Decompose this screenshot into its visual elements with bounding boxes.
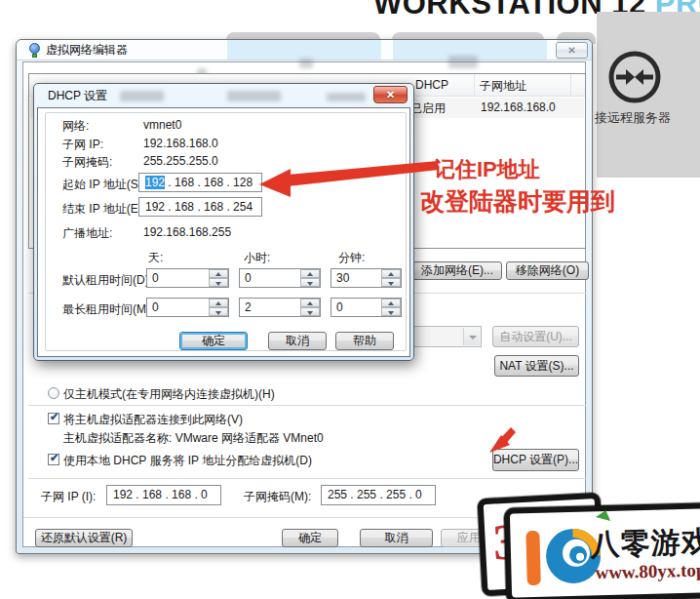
end-ip-input[interactable]: 192 . 168 . 168 . 254 <box>138 197 262 217</box>
cancel-button[interactable]: 取消 <box>360 529 433 547</box>
annotation-line2: 改登陆器时要用到 <box>420 185 615 218</box>
remote-server-panel: 接远程服务器 <box>597 12 700 178</box>
hostonly-radio[interactable] <box>48 387 59 399</box>
connect-server-icon <box>606 49 663 105</box>
watermark-site-url: www.80yx.top <box>595 559 700 583</box>
days-header: 天: <box>148 250 163 266</box>
row-dhcp-status: 已启用 <box>410 100 446 117</box>
start-ip-input[interactable]: 192 . 168 . 168 . 128 <box>138 173 262 192</box>
close-icon[interactable]: ✕ <box>556 42 588 59</box>
use-dhcp-label[interactable]: 使用本地 DHCP 服务将 IP 地址分配给虚拟机(D) <box>63 453 312 469</box>
column-header-dhcp[interactable]: DHCP <box>415 78 448 92</box>
remove-network-button[interactable]: 移除网络(O) <box>506 261 589 280</box>
minutes-header: 分钟: <box>338 250 365 266</box>
adapter-name-text: 主机虚拟适配器名称: VMware 网络适配器 VMnet0 <box>63 430 324 447</box>
subnet-ip-label: 子网 IP: <box>62 137 103 153</box>
separator <box>28 405 586 406</box>
hours-header: 小时: <box>244 250 270 266</box>
leaf-icon <box>596 510 610 521</box>
spin-down-icon[interactable] <box>209 278 228 287</box>
add-network-button[interactable]: 添加网络(E)... <box>412 261 502 280</box>
hostonly-radio-label[interactable]: 仅主机模式(在专用网络内连接虚拟机)(H) <box>63 386 275 403</box>
window-titlebar[interactable]: 虚拟网络编辑器 <box>17 40 592 60</box>
auto-settings-button[interactable]: 自动设置(U)... <box>492 326 579 347</box>
window-title: 虚拟网络编辑器 <box>46 40 128 60</box>
spin-up-icon[interactable] <box>300 269 320 278</box>
spin-down-icon[interactable] <box>300 278 320 287</box>
close-icon[interactable]: ✕ <box>373 86 408 103</box>
connect-adapter-label[interactable]: 将主机虚拟适配器连接到此网络(V) <box>63 412 243 428</box>
ghost-smudge <box>448 56 478 68</box>
help-button[interactable]: 帮助 <box>335 332 394 350</box>
stepper-value[interactable]: 30 <box>336 270 349 287</box>
combo-arrow-box[interactable] <box>463 328 480 345</box>
broadcast-label: 广播地址: <box>62 225 112 242</box>
remote-server-label: 接远程服务器 <box>595 109 671 127</box>
dialog-client-area: 网络: vmnet0 子网 IP: 192.168.168.0 子网掩码: 25… <box>37 107 410 357</box>
stepper-value[interactable]: 0 <box>152 300 159 316</box>
subnet-mask-label: 子网掩码: <box>62 154 112 171</box>
dhcp-settings-dialog: DHCP 设置 ✕ 网络: vmnet0 子网 IP: 192.168.168.… <box>33 83 414 361</box>
default-lease-hours-stepper[interactable]: 0 <box>239 268 321 288</box>
subnet-mask-input[interactable]: 255 . 255 . 255 . 0 <box>321 485 436 505</box>
max-lease-hours-stepper[interactable]: 2 <box>239 298 321 317</box>
nat-settings-button[interactable]: NAT 设置(S)... <box>494 355 579 377</box>
start-ip-label: 起始 IP 地址(S): <box>62 177 145 193</box>
max-lease-minutes-stepper[interactable]: 0 <box>331 298 402 317</box>
default-lease-minutes-stepper[interactable]: 30 <box>331 268 402 288</box>
separator <box>28 478 586 479</box>
column-header-subnet[interactable]: 子网地址 <box>480 78 526 95</box>
end-ip-label: 结束 IP 地址(E): <box>62 201 145 218</box>
spin-down-icon[interactable] <box>381 278 401 287</box>
ok-button[interactable]: 确定 <box>282 529 338 547</box>
spin-up-icon[interactable] <box>300 299 320 307</box>
spin-down-icon[interactable] <box>300 307 320 316</box>
dhcp-settings-button[interactable]: DHCP 设置(P)... <box>492 449 579 471</box>
stepper-value[interactable]: 0 <box>152 270 159 287</box>
row-subnet-address: 192.168.168.0 <box>481 100 556 114</box>
annotation-line1: 记住IP地址 <box>434 155 540 184</box>
dialog-title: DHCP 设置 <box>48 84 107 107</box>
default-lease-label: 默认租用时间(D): <box>62 272 152 289</box>
selected-text: 192 <box>145 176 165 189</box>
subnet-ip-input[interactable]: 192 . 168 . 168 . 0 <box>106 485 221 505</box>
ghost-smudge <box>327 93 366 101</box>
spin-down-icon[interactable] <box>381 307 401 316</box>
broadcast-value: 192.168.168.255 <box>143 225 231 239</box>
stepper-value[interactable]: 0 <box>336 300 343 316</box>
spin-up-icon[interactable] <box>381 299 401 307</box>
check-icon: ✔ <box>50 411 58 423</box>
start-ip-rest: . 168 . 168 . 128 <box>165 176 253 189</box>
titlebar-glass <box>227 40 381 60</box>
ghost-smudge <box>227 91 281 101</box>
network-label: 网络: <box>62 118 89 135</box>
spin-down-icon[interactable] <box>209 307 228 316</box>
check-icon: ✔ <box>50 452 58 464</box>
subnet-mask-label: 子网掩码(M): <box>244 489 311 505</box>
spin-up-icon[interactable] <box>209 299 228 307</box>
stepper-value[interactable]: 2 <box>245 300 252 316</box>
stepper-value[interactable]: 0 <box>245 270 252 287</box>
max-lease-label: 最长租用时间(M): <box>62 301 153 318</box>
subnet-ip-value: 192.168.168.0 <box>143 137 218 150</box>
network-value: vmnet0 <box>143 118 181 132</box>
ok-button[interactable]: 确定 <box>179 332 248 350</box>
connect-adapter-checkbox[interactable]: ✔ <box>48 413 59 424</box>
logo-bar <box>525 531 540 585</box>
chevron-down-icon <box>469 336 477 339</box>
watermark-front-card: 八零游戏 www.80yx.top <box>504 502 700 599</box>
ghost-smudge <box>120 91 164 101</box>
cancel-button[interactable]: 取消 <box>268 332 327 350</box>
ghost-smudge <box>299 59 313 68</box>
watermark-site-name: 八零游戏 <box>590 522 700 565</box>
default-lease-days-stepper[interactable]: 0 <box>146 268 229 288</box>
vm-network-icon <box>29 43 40 58</box>
subnet-ip-label: 子网 IP (I): <box>41 489 96 505</box>
use-dhcp-checkbox[interactable]: ✔ <box>48 454 59 465</box>
spin-up-icon[interactable] <box>209 269 228 278</box>
subnet-mask-value: 255.255.255.0 <box>143 154 218 168</box>
spin-up-icon[interactable] <box>381 269 401 278</box>
max-lease-days-stepper[interactable]: 0 <box>146 298 229 317</box>
restore-defaults-button[interactable]: 还原默认设置(R) <box>35 529 133 547</box>
